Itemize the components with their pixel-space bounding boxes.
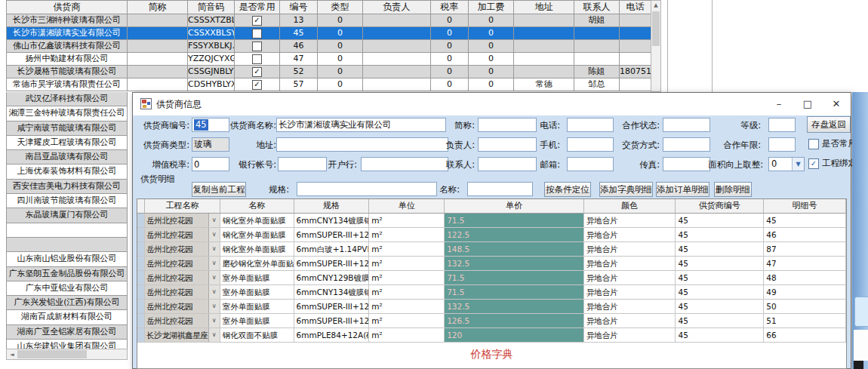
- supplier-list-horizontal-scrollbar[interactable]: ◄: [6, 349, 128, 360]
- supplier-list-item[interactable]: 湖南广亚全铝家居有限公司: [7, 325, 128, 340]
- column-header-abbr[interactable]: 简称: [128, 1, 188, 14]
- chevron-down-icon[interactable]: ∨: [208, 328, 220, 342]
- grid-column-header-project[interactable]: 工程名称: [145, 199, 220, 214]
- add-dictionary-detail-button[interactable]: 添加字典明细: [599, 182, 653, 197]
- column-header-address[interactable]: 地址: [514, 1, 574, 14]
- locate-by-condition-button[interactable]: 按条件定位: [544, 182, 591, 197]
- chevron-down-icon[interactable]: ∨: [208, 214, 220, 227]
- chevron-down-icon[interactable]: ∨: [208, 228, 220, 241]
- common-checkbox[interactable]: [252, 42, 262, 51]
- project-combo-cell[interactable]: 岳州北控花园∨: [145, 214, 220, 228]
- grid-row[interactable]: 岳州北控花园∨磨砂钢化室外单面贴膜6mmSUPER-III+12A(硅..m²1…: [137, 257, 846, 271]
- supplier-name-input[interactable]: [276, 118, 446, 132]
- grid-column-header-supplier_no[interactable]: 供货商编号: [676, 199, 764, 214]
- project-combo-cell[interactable]: 岳州北控花园∨: [145, 300, 220, 314]
- grid-row[interactable]: 岳州北控花园∨室外单面贴膜6mmCNY134镀膜钢化m²71.5异地合片4549: [137, 285, 846, 300]
- save-return-button[interactable]: 存盘返回: [807, 116, 851, 133]
- edge-button[interactable]: [854, 297, 868, 327]
- supplier-list-item[interactable]: 广东坚朗五金制品股份有限公司: [7, 267, 128, 281]
- supplier-list-item[interactable]: 山东华建铝业集团有限公司: [7, 340, 128, 349]
- supplier-list-item[interactable]: 广东兴发铝业(江西)有限公司: [7, 296, 128, 310]
- supplier-list-item[interactable]: 四川南玻节能玻璃有限公司: [7, 194, 128, 208]
- supplier-list-item[interactable]: 东晶玻璃厦门有限公司: [7, 208, 128, 223]
- column-header-fee[interactable]: 加工费: [469, 1, 514, 14]
- grid-row[interactable]: 岳州北控花园∨室外单面贴膜6mmSUPER-III+12A(硅..m²132.5…: [137, 300, 846, 314]
- column-header-phone[interactable]: 电话: [620, 1, 651, 14]
- delete-detail-button[interactable]: 删除明细: [714, 182, 752, 197]
- grid-row[interactable]: 岳州北控花园∨钢化室外单面贴膜6mmCNY134镀膜钢化m²71.5异地合片45…: [137, 214, 846, 228]
- grade-input[interactable]: [768, 118, 796, 132]
- common-checkbox[interactable]: [252, 29, 262, 38]
- grid-row[interactable]: 长沙龙湖祺鑫星座∨钢化双面不贴膜6mmPLE84+12A(硅酮胶..m²120异…: [137, 328, 846, 343]
- chevron-down-icon[interactable]: ∨: [208, 257, 220, 270]
- project-combo-cell[interactable]: 岳州北控花园∨: [145, 257, 220, 271]
- checkbox-box[interactable]: [808, 139, 819, 149]
- add-order-detail-button[interactable]: 添加订单明细: [656, 182, 709, 197]
- column-header-contact[interactable]: 联系人: [574, 1, 620, 14]
- chevron-down-icon[interactable]: ∨: [208, 271, 220, 284]
- chevron-down-icon[interactable]: ∨: [208, 242, 220, 256]
- supplier-list-item[interactable]: 山东南山铝业股份有限公司: [7, 252, 128, 266]
- project-combo-cell[interactable]: 岳州北控花园∨: [145, 314, 220, 328]
- common-checkbox[interactable]: ✓: [252, 16, 262, 26]
- supplier-list-item[interactable]: 湖南百成新材料有限公司: [7, 310, 128, 324]
- close-button[interactable]: ✕: [822, 93, 851, 115]
- scrollbar-thumb[interactable]: [17, 350, 87, 358]
- common-checkbox[interactable]: ✓: [252, 67, 262, 77]
- often-used-checkbox[interactable]: 是否常用: [808, 138, 857, 149]
- supplier-list-item[interactable]: [7, 238, 128, 252]
- grid-row[interactable]: 岳州北控花园∨室外单面贴膜6mmCNY129B镀膜钢化m²71.5异地合片454…: [137, 271, 846, 285]
- supplier-table-row[interactable]: 长沙晟格节能玻璃有限公司CSSGJNBLYXGS✓52000陈姐180751: [7, 66, 651, 78]
- grid-column-header-price[interactable]: 单价: [445, 199, 584, 214]
- grid-column-header-spec[interactable]: 规格: [294, 199, 370, 214]
- supplier-list-item[interactable]: 武汉亿泽科技有限公司: [7, 92, 128, 106]
- supplier-list-item[interactable]: 上海优泰装饰材料有限公司: [7, 165, 128, 179]
- supplier-table-row[interactable]: 长沙市潇湘玻璃实业有限公司CSSXXBLSY..45000: [7, 27, 651, 40]
- column-header-no[interactable]: 编号: [280, 1, 318, 14]
- supplier-list-item[interactable]: 南昌亚晶玻璃有限公司: [7, 150, 128, 165]
- column-header-type[interactable]: 类型: [318, 1, 363, 14]
- area-round-up-select[interactable]: 0 ▼: [768, 157, 805, 171]
- scrollbar-thumb[interactable]: [652, 11, 660, 46]
- project-combo-cell[interactable]: 岳州北控花园∨: [145, 285, 220, 300]
- supplier-list-item[interactable]: 湘潭三金特种玻璃有限责任公司: [7, 106, 128, 121]
- supplier-table-vertical-scrollbar[interactable]: ▲: [651, 0, 661, 92]
- column-header-manager[interactable]: 负责人: [363, 1, 431, 14]
- chevron-down-icon[interactable]: ∨: [208, 314, 220, 327]
- column-header-tax[interactable]: 税率: [431, 1, 469, 14]
- supplier-table-row[interactable]: 佛山市亿鑫玻璃科技有限公司FSSYXBLKJ..46000: [7, 40, 651, 53]
- name-filter-input[interactable]: [467, 182, 533, 196]
- project-combo-cell[interactable]: 岳州北控花园∨: [145, 228, 220, 242]
- chevron-down-icon[interactable]: ∨: [208, 300, 220, 313]
- grid-column-header-detail_no[interactable]: 明细号: [764, 199, 846, 214]
- maximize-button[interactable]: □: [793, 93, 822, 115]
- supplier-list-item[interactable]: 西安佳吉美电力科技有限公司: [7, 180, 128, 194]
- supplier-list-item[interactable]: 咸宁南玻节能玻璃有限公司: [7, 121, 128, 136]
- supplier-table-row[interactable]: 常德市昊宇玻璃有限责任公司CDSHYBLYX✓57000常德邹总: [7, 78, 651, 91]
- grid-row[interactable]: 岳州北控花园∨室外单面贴膜6mmSUPER-III+12A(硅..m²126.5…: [137, 314, 846, 328]
- supplier-table-row[interactable]: 长沙市三湘特种玻璃有限公司CSSSXTZBL..✓13000胡姐: [7, 14, 651, 27]
- supplier-list-item[interactable]: 广东中亚铝业有限公司: [7, 281, 128, 296]
- grid-column-header-color[interactable]: 颜色: [584, 199, 676, 214]
- column-header-supplier[interactable]: 供货商: [7, 1, 128, 14]
- common-checkbox[interactable]: [252, 54, 262, 64]
- chevron-down-icon[interactable]: ▼: [792, 158, 804, 171]
- dialog-title-bar[interactable]: 供货商信息 – □ ✕: [133, 93, 851, 115]
- grid-row[interactable]: 岳州北控花园∨钢化室外单面贴膜6mmSUPER-III+12A(硅..m²122…: [137, 228, 846, 242]
- grid-column-header-name[interactable]: 名称: [220, 199, 294, 214]
- project-bind-checkbox[interactable]: ✓ 工程绑定: [808, 158, 857, 169]
- checkbox-box[interactable]: ✓: [808, 158, 819, 169]
- supplier-list-item[interactable]: 天津耀皮工程玻璃有限公司: [7, 136, 128, 150]
- common-checkbox[interactable]: ✓: [252, 80, 262, 90]
- coop-years-input[interactable]: [768, 137, 796, 152]
- project-combo-cell[interactable]: 长沙龙湖祺鑫星座∨: [145, 328, 220, 343]
- project-combo-cell[interactable]: 岳州北控花园∨: [145, 242, 220, 257]
- chevron-down-icon[interactable]: ∨: [208, 285, 220, 299]
- scroll-up-icon[interactable]: ▲: [651, 1, 660, 11]
- column-header-common[interactable]: 是否常用: [235, 1, 280, 14]
- minimize-button[interactable]: –: [765, 93, 793, 115]
- supplier-table-row[interactable]: 扬州中勤建材有限公司YZZQJCYXGS47000: [7, 53, 651, 66]
- grid-row[interactable]: 岳州北控花园∨钢化室外单面贴膜6mm白玻+1.14PVB+6mm..m²148.…: [137, 242, 846, 257]
- column-header-code[interactable]: 简音码: [188, 1, 235, 14]
- grid-column-header-unit[interactable]: 单位: [369, 199, 445, 214]
